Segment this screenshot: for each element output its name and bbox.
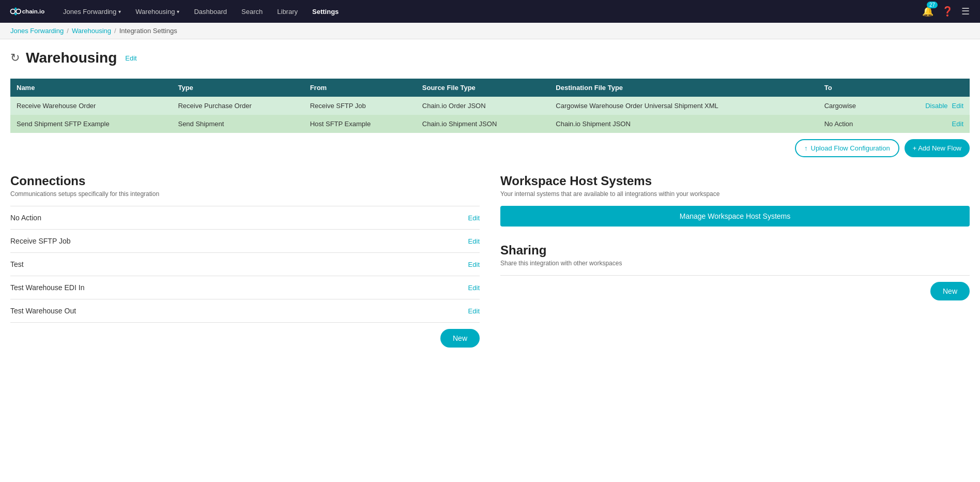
col-source-file-type: Source File Type — [416, 79, 550, 97]
col-from: From — [304, 79, 416, 97]
svg-point-0 — [10, 9, 15, 14]
svg-point-1 — [16, 9, 21, 14]
list-item: Test Warehouse EDI InEdit — [10, 276, 480, 299]
notification-bell-button[interactable]: 🔔 27 — [920, 4, 936, 19]
nav-item-search[interactable]: Search — [236, 0, 268, 23]
connections-subtitle: Communications setups specifically for t… — [10, 190, 480, 198]
breadcrumb-sep-2: / — [114, 27, 116, 35]
sharing-title: Sharing — [500, 243, 970, 258]
breadcrumb-integration-settings: Integration Settings — [119, 27, 177, 35]
breadcrumb-jones-forwarding[interactable]: Jones Forwarding — [10, 27, 64, 35]
workspace-subtitle: Your internal systems that are available… — [500, 190, 970, 198]
list-item: Receive SFTP JobEdit — [10, 230, 480, 253]
navbar: chain.io Jones Forwarding ▾ Warehousing … — [0, 0, 980, 23]
connections-list: No ActionEditReceive SFTP JobEditTestEdi… — [10, 206, 480, 323]
workspace-host-systems-section: Workspace Host Systems Your internal sys… — [500, 174, 970, 227]
sharing-subtitle: Share this integration with other worksp… — [500, 260, 970, 267]
list-item: Test Warehouse OutEdit — [10, 299, 480, 323]
connection-edit-link[interactable]: Edit — [468, 237, 480, 245]
breadcrumb-sep-1: / — [67, 27, 69, 35]
table-row: Receive Warehouse OrderReceive Purchase … — [10, 97, 970, 115]
table-cell: Send Shipment SFTP Example — [10, 115, 172, 133]
upload-icon: ↑ — [804, 144, 808, 152]
connection-edit-link[interactable]: Edit — [468, 261, 480, 268]
list-item: TestEdit — [10, 253, 480, 276]
col-to: To — [818, 79, 886, 97]
table-cell: Cargowise Warehouse Order Universal Ship… — [549, 97, 818, 115]
table-cell: Receive SFTP Job — [304, 97, 416, 115]
table-cell: Receive Purchase Order — [172, 97, 303, 115]
breadcrumb: Jones Forwarding / Warehousing / Integra… — [0, 23, 980, 39]
connections-section: Connections Communications setups specif… — [10, 174, 480, 354]
col-name: Name — [10, 79, 172, 97]
connection-name: Test — [10, 260, 24, 268]
svg-text:chain.io: chain.io — [22, 8, 45, 14]
buttons-row: ↑ Upload Flow Configuration + Add New Fl… — [10, 139, 970, 157]
page-title-row: ↻ Warehousing Edit — [10, 50, 970, 66]
connection-name: Receive SFTP Job — [10, 237, 70, 245]
connection-edit-link[interactable]: Edit — [468, 307, 480, 315]
connection-name: Test Warehouse EDI In — [10, 283, 84, 292]
page-title: Warehousing — [26, 50, 117, 66]
svg-point-3 — [14, 13, 17, 15]
brand-logo[interactable]: chain.io — [8, 4, 50, 19]
upload-flow-button[interactable]: ↑ Upload Flow Configuration — [795, 139, 899, 157]
two-col-layout: Connections Communications setups specif… — [10, 174, 970, 354]
table-row: Send Shipment SFTP ExampleSend ShipmentH… — [10, 115, 970, 133]
notification-badge: 27 — [927, 2, 938, 8]
chevron-down-icon: ▾ — [118, 9, 121, 14]
col-actions — [886, 79, 970, 97]
right-col: Workspace Host Systems Your internal sys… — [500, 174, 970, 354]
sharing-new-button[interactable]: New — [930, 282, 970, 300]
nav-item-library[interactable]: Library — [272, 0, 303, 23]
table-cell: Cargowise — [818, 97, 886, 115]
nav-item-jones-forwarding[interactable]: Jones Forwarding ▾ — [58, 0, 126, 23]
list-item: No ActionEdit — [10, 206, 480, 230]
svg-point-2 — [14, 7, 17, 9]
col-type: Type — [172, 79, 303, 97]
nav-item-warehousing[interactable]: Warehousing ▾ — [130, 0, 185, 23]
connection-edit-link[interactable]: Edit — [468, 214, 480, 222]
disable-link[interactable]: Disable — [925, 102, 947, 110]
connection-name: Test Warehouse Out — [10, 307, 76, 315]
table-cell: Chain.io Order JSON — [416, 97, 550, 115]
help-button[interactable]: ❓ — [940, 4, 955, 19]
connection-name: No Action — [10, 214, 41, 222]
breadcrumb-warehousing[interactable]: Warehousing — [72, 27, 111, 35]
nav-item-settings[interactable]: Settings — [307, 0, 344, 23]
table-cell: Chain.io Shipment JSON — [549, 115, 818, 133]
edit-link[interactable]: Edit — [952, 102, 963, 110]
table-actions-cell: Edit — [886, 115, 970, 133]
connections-title: Connections — [10, 174, 480, 188]
table-cell: No Action — [818, 115, 886, 133]
table-cell: Receive Warehouse Order — [10, 97, 172, 115]
workspace-title: Workspace Host Systems — [500, 174, 970, 188]
manage-workspace-button[interactable]: Manage Workspace Host Systems — [500, 206, 970, 227]
col-dest-file-type: Destination File Type — [549, 79, 818, 97]
sharing-footer: New — [500, 275, 970, 307]
table-actions-cell: DisableEdit — [886, 97, 970, 115]
connection-edit-link[interactable]: Edit — [468, 284, 480, 292]
logo-svg: chain.io — [8, 4, 50, 19]
flows-table: Name Type From Source File Type Destinat… — [10, 79, 970, 133]
add-new-flow-button[interactable]: + Add New Flow — [905, 139, 970, 157]
table-cell: Host SFTP Example — [304, 115, 416, 133]
page-edit-link[interactable]: Edit — [125, 54, 136, 62]
edit-link[interactable]: Edit — [952, 120, 963, 128]
table-cell: Chain.io Shipment JSON — [416, 115, 550, 133]
main-content: ↻ Warehousing Edit Name Type From Source… — [0, 39, 980, 364]
refresh-icon: ↻ — [10, 51, 20, 65]
connections-footer: New — [10, 323, 480, 354]
menu-button[interactable]: ☰ — [959, 4, 972, 19]
nav-item-dashboard[interactable]: Dashboard — [189, 0, 232, 23]
sharing-section: Sharing Share this integration with othe… — [500, 243, 970, 307]
connections-new-button[interactable]: New — [440, 329, 480, 348]
table-cell: Send Shipment — [172, 115, 303, 133]
chevron-down-icon: ▾ — [177, 9, 179, 14]
